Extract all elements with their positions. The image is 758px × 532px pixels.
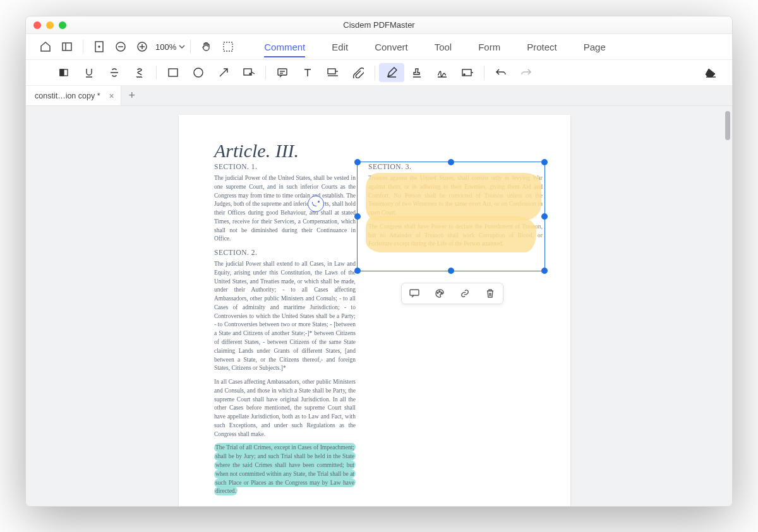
select-area-button[interactable] [217,37,239,56]
underline-tool[interactable] [76,63,102,82]
page-column-left: SECTION. 1. The judicial Power of the Un… [214,163,356,501]
zoom-in-button[interactable] [131,37,153,56]
tab-tool[interactable]: Tool [435,38,452,56]
tab-comment[interactable]: Comment [264,38,305,56]
document-tabstrip: constit…ion copy * × + [26,86,732,106]
squiggly-tool[interactable] [127,63,152,82]
body-paragraph: In all Cases affecting Ambassadors, othe… [214,378,356,439]
comment-button[interactable] [402,283,427,304]
attachment-tool[interactable] [346,63,371,82]
body-paragraph: The judicial Power of the United States,… [214,174,356,244]
svg-point-26 [441,292,442,293]
zoom-out-button[interactable] [110,37,131,56]
app-window: Cisdem PDFMaster 100% Comment Edit Conve… [25,16,733,507]
zoom-level-dropdown[interactable]: 100% [155,42,185,52]
separator [375,66,375,80]
delete-button[interactable] [478,283,503,304]
document-tab-label: constit…ion copy * [35,92,100,100]
resize-handle-s[interactable] [448,268,454,274]
text-callout-tool[interactable] [320,63,346,82]
new-tab-button[interactable]: + [121,86,143,105]
document-workspace[interactable]: Article. III. SECTION. 1. The judicial P… [26,106,732,507]
svg-rect-11 [60,69,64,76]
stamp-annotation[interactable] [308,196,324,212]
hand-tool-button[interactable] [196,37,217,56]
resize-handle-n[interactable] [448,159,454,165]
color-button[interactable] [427,283,452,304]
svg-rect-23 [410,290,419,295]
tab-edit[interactable]: Edit [332,38,348,56]
stamp-tool[interactable] [404,63,430,82]
signature-tool[interactable] [430,63,455,82]
rectangle-shape-tool[interactable] [160,63,186,82]
tab-protect[interactable]: Protect [527,38,557,56]
titlebar: Cisdem PDFMaster [26,16,732,34]
resize-handle-ne[interactable] [541,159,548,165]
svg-rect-19 [328,69,335,74]
article-heading: Article. III. [214,140,543,162]
annotation-context-toolbar [401,283,503,304]
separator [190,40,191,54]
separator [484,66,484,80]
svg-rect-0 [63,43,71,50]
teal-highlight-annotation: The Trial of all Crimes, except in Cases… [214,443,356,495]
resize-handle-se[interactable] [541,268,548,274]
highlight-tool[interactable] [51,63,76,82]
tab-form[interactable]: Form [478,38,500,56]
tab-convert[interactable]: Convert [375,38,408,56]
undo-button[interactable] [488,63,514,82]
arrow-shape-tool[interactable] [211,63,236,82]
resize-handle-nw[interactable] [354,159,361,165]
note-tool[interactable] [270,63,295,82]
strikeout-tool[interactable] [102,63,127,82]
annotation-selection-frame[interactable] [357,162,545,271]
resize-handle-e[interactable] [541,213,548,220]
link-button[interactable] [452,283,478,304]
resize-handle-sw[interactable] [354,268,361,274]
window-title: Cisdem PDFMaster [26,20,732,30]
home-button[interactable] [35,37,56,56]
mode-tabs: Comment Edit Convert Tool Form Protect P… [264,38,606,56]
section-heading: SECTION. 1. [214,163,356,170]
separator [83,40,83,54]
panel-toggle-button[interactable] [56,37,78,56]
separator [156,66,157,80]
redo-button[interactable] [514,63,539,82]
primary-toolbar: 100% Comment Edit Convert Tool Form Prot… [26,34,732,59]
textbox-tool[interactable] [295,63,320,82]
fit-page-button[interactable] [88,37,110,56]
body-paragraph: The Trial of all Crimes, except in Cases… [214,444,356,496]
vertical-scrollbar[interactable] [725,111,730,140]
svg-point-15 [250,73,251,74]
svg-rect-16 [278,69,287,75]
chevron-down-icon [179,44,185,50]
svg-point-3 [99,46,100,47]
oval-shape-tool[interactable] [186,63,211,82]
comment-toolbar [26,59,732,86]
svg-point-25 [439,291,440,292]
tab-page[interactable]: Page [584,38,606,56]
eraser-tool[interactable] [698,63,723,82]
svg-point-24 [437,292,438,293]
pdf-page[interactable]: Article. III. SECTION. 1. The judicial P… [179,115,570,507]
link-box-tool[interactable] [455,63,480,82]
section-heading: SECTION. 2. [214,249,356,256]
svg-rect-9 [224,42,232,51]
svg-rect-12 [169,69,177,76]
document-tab[interactable]: constit…ion copy * × [26,86,121,105]
svg-point-13 [194,68,203,77]
resize-handle-w[interactable] [354,213,361,220]
body-paragraph: The judicial Power shall extend to all C… [214,260,356,373]
svg-point-22 [464,74,465,75]
callout-shape-tool[interactable] [236,63,262,82]
separator [265,66,266,80]
close-tab-button[interactable]: × [109,91,114,101]
zoom-level-value: 100% [155,42,176,52]
pencil-tool[interactable] [379,63,404,82]
